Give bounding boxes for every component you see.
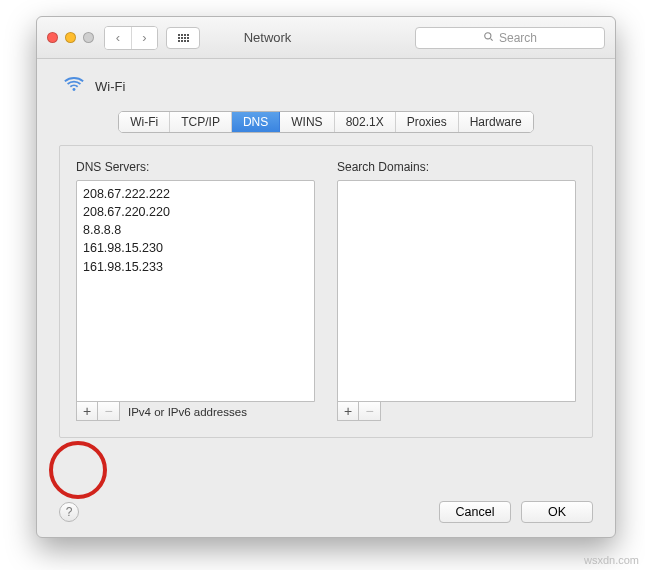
- preferences-window: ‹ › Network Search: [36, 16, 616, 538]
- svg-point-2: [73, 88, 76, 91]
- add-search-domain-button[interactable]: +: [337, 401, 359, 421]
- ok-button[interactable]: OK: [521, 501, 593, 523]
- tab-tcpip[interactable]: TCP/IP: [170, 112, 232, 132]
- dns-hint: IPv4 or IPv6 addresses: [128, 406, 247, 418]
- tab-proxies[interactable]: Proxies: [396, 112, 459, 132]
- wifi-icon: [63, 75, 85, 97]
- search-domains-list[interactable]: [337, 180, 576, 402]
- tab-dns[interactable]: DNS: [232, 112, 280, 132]
- list-item[interactable]: 161.98.15.230: [83, 239, 308, 257]
- titlebar: ‹ › Network Search: [37, 17, 615, 59]
- content: Wi-Fi Wi-Fi TCP/IP DNS WINS 802.1X Proxi…: [37, 59, 615, 537]
- tab-wifi[interactable]: Wi-Fi: [119, 112, 170, 132]
- dns-servers-list[interactable]: 208.67.222.222 208.67.220.220 8.8.8.8 16…: [76, 180, 315, 402]
- window-controls: [47, 32, 94, 43]
- remove-search-domain-button[interactable]: −: [359, 401, 381, 421]
- search-placeholder: Search: [499, 31, 537, 45]
- list-item[interactable]: 208.67.220.220: [83, 203, 308, 221]
- annotation-circle: [49, 441, 107, 499]
- search-domains-column: Search Domains: + −: [337, 160, 576, 421]
- connection-name: Wi-Fi: [95, 79, 125, 94]
- dns-panel: DNS Servers: 208.67.222.222 208.67.220.2…: [59, 145, 593, 438]
- tabs: Wi-Fi TCP/IP DNS WINS 802.1X Proxies Har…: [118, 111, 533, 133]
- list-item[interactable]: 208.67.222.222: [83, 185, 308, 203]
- close-window-button[interactable]: [47, 32, 58, 43]
- list-item[interactable]: 8.8.8.8: [83, 221, 308, 239]
- tab-wins[interactable]: WINS: [280, 112, 334, 132]
- tab-hardware[interactable]: Hardware: [459, 112, 533, 132]
- dns-servers-buttons: + − IPv4 or IPv6 addresses: [76, 402, 315, 421]
- tab-bar: Wi-Fi TCP/IP DNS WINS 802.1X Proxies Har…: [59, 111, 593, 133]
- dns-servers-column: DNS Servers: 208.67.222.222 208.67.220.2…: [76, 160, 315, 421]
- add-dns-server-button[interactable]: +: [76, 401, 98, 421]
- search-field[interactable]: Search: [415, 27, 605, 49]
- remove-dns-server-button[interactable]: −: [98, 401, 120, 421]
- cancel-button[interactable]: Cancel: [439, 501, 511, 523]
- svg-line-1: [491, 38, 493, 40]
- search-domains-label: Search Domains:: [337, 160, 576, 174]
- window-title: Network: [120, 30, 415, 45]
- dns-servers-label: DNS Servers:: [76, 160, 315, 174]
- watermark: wsxdn.com: [584, 554, 639, 566]
- zoom-window-button[interactable]: [83, 32, 94, 43]
- footer: ? Cancel OK: [59, 501, 593, 523]
- svg-point-0: [485, 32, 491, 38]
- list-item[interactable]: 161.98.15.233: [83, 258, 308, 276]
- minimize-window-button[interactable]: [65, 32, 76, 43]
- tab-8021x[interactable]: 802.1X: [335, 112, 396, 132]
- search-domains-buttons: + −: [337, 402, 576, 421]
- search-icon: [483, 31, 494, 45]
- connection-header: Wi-Fi: [63, 75, 593, 97]
- help-button[interactable]: ?: [59, 502, 79, 522]
